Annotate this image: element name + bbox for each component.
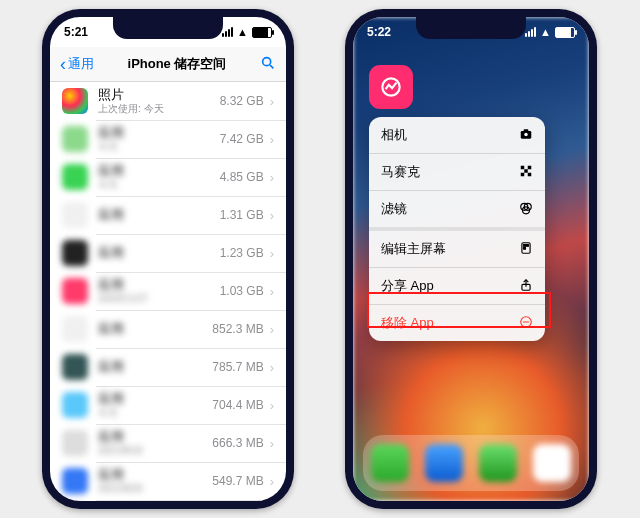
storage-list[interactable]: 照片上次使用: 今天8.32 GB›应用今天7.42 GB›应用今天4.85 G… xyxy=(50,82,286,501)
edit-icon xyxy=(519,241,533,258)
row-meta: 应用 xyxy=(98,322,212,337)
app-icon xyxy=(62,240,88,266)
chevron-right-icon: › xyxy=(270,94,274,109)
battery-icon xyxy=(555,27,575,38)
svg-rect-10 xyxy=(528,172,532,176)
app-size: 785.7 MB xyxy=(212,360,263,374)
app-icon xyxy=(62,430,88,456)
dock xyxy=(363,435,579,491)
app-name: 应用 xyxy=(98,468,212,483)
menu-item-filter[interactable]: 滤镜 xyxy=(369,190,545,227)
svg-rect-6 xyxy=(521,165,525,169)
app-subtitle: 上次使用: 今天 xyxy=(98,103,220,115)
app-name: 应用 xyxy=(98,360,212,375)
storage-row[interactable]: 应用2021/8/16666.3 MB› xyxy=(50,424,286,462)
svg-point-0 xyxy=(263,57,271,65)
row-meta: 应用今天 xyxy=(98,164,220,190)
menu-item-edit[interactable]: 编辑主屏幕 xyxy=(369,227,545,267)
chevron-right-icon: › xyxy=(270,284,274,299)
app-size: 7.42 GB xyxy=(220,132,264,146)
chevron-right-icon: › xyxy=(270,322,274,337)
storage-row[interactable]: 应用1.31 GB› xyxy=(50,196,286,234)
app-size: 704.4 MB xyxy=(212,398,263,412)
app-name: 应用 xyxy=(98,208,220,223)
storage-row[interactable]: 应用今天7.42 GB› xyxy=(50,120,286,158)
row-meta: 应用 xyxy=(98,246,220,261)
menu-item-mosaic[interactable]: 马赛克 xyxy=(369,153,545,190)
app-subtitle: 2021/8/20 xyxy=(98,483,212,495)
screen-storage: 5:21 ▲ ‹ 通用 iPhone 储存空间 照片上次使用: 今天8.32 G… xyxy=(50,17,286,501)
remove-icon xyxy=(519,315,533,332)
search-icon xyxy=(260,55,276,71)
context-menu: 相机马赛克滤镜编辑主屏幕分享 App移除 App xyxy=(369,117,545,341)
menu-item-share[interactable]: 分享 App xyxy=(369,267,545,304)
app-subtitle: 今天 xyxy=(98,179,220,191)
search-button[interactable] xyxy=(260,55,276,74)
app-glyph-icon xyxy=(378,74,404,100)
back-button[interactable]: ‹ 通用 xyxy=(60,55,94,73)
app-subtitle: 2021/8/16 xyxy=(98,445,212,457)
storage-row[interactable]: 应用2020/11/271.03 GB› xyxy=(50,272,286,310)
app-subtitle: 今天 xyxy=(98,407,212,419)
row-meta: 应用2021/8/16 xyxy=(98,430,212,456)
storage-row[interactable]: 应用785.7 MB› xyxy=(50,348,286,386)
storage-row[interactable]: 应用今天704.4 MB› xyxy=(50,386,286,424)
app-icon xyxy=(62,354,88,380)
battery-icon xyxy=(252,27,272,38)
chevron-right-icon: › xyxy=(270,132,274,147)
chevron-right-icon: › xyxy=(270,474,274,489)
app-size: 852.3 MB xyxy=(212,322,263,336)
mosaic-icon xyxy=(519,164,533,181)
app-name: 应用 xyxy=(98,322,212,337)
app-name: 应用 xyxy=(98,246,220,261)
chevron-left-icon: ‹ xyxy=(60,55,66,73)
app-name: 应用 xyxy=(98,392,212,407)
svg-rect-16 xyxy=(527,244,529,246)
menu-label: 滤镜 xyxy=(381,200,407,218)
svg-rect-17 xyxy=(524,247,526,249)
app-size: 1.23 GB xyxy=(220,246,264,260)
storage-row[interactable]: 应用2021/8/20549.7 MB› xyxy=(50,462,286,500)
screen-home: 5:22 ▲ 相机马赛克滤镜编辑主屏幕分享 App移除 App xyxy=(353,17,589,501)
share-icon xyxy=(519,278,533,295)
dock-app[interactable] xyxy=(371,444,409,482)
chevron-right-icon: › xyxy=(270,208,274,223)
chevron-right-icon: › xyxy=(270,246,274,261)
menu-label: 编辑主屏幕 xyxy=(381,240,446,258)
status-right: ▲ xyxy=(222,26,272,38)
storage-row[interactable]: 应用1.23 GB› xyxy=(50,234,286,272)
status-right: ▲ xyxy=(525,26,575,38)
row-meta: 照片上次使用: 今天 xyxy=(98,88,220,114)
menu-label: 移除 App xyxy=(381,314,434,332)
camera-icon xyxy=(519,127,533,144)
app-size: 549.7 MB xyxy=(212,474,263,488)
app-icon xyxy=(62,392,88,418)
storage-row[interactable]: 应用545.9 MB› xyxy=(50,500,286,501)
nav-bar: ‹ 通用 iPhone 储存空间 xyxy=(50,47,286,82)
app-name: 应用 xyxy=(98,164,220,179)
dock-app[interactable] xyxy=(425,444,463,482)
dock-app[interactable] xyxy=(533,444,571,482)
storage-row[interactable]: 应用今天4.85 GB› xyxy=(50,158,286,196)
app-icon xyxy=(62,468,88,494)
menu-item-remove[interactable]: 移除 App xyxy=(369,304,545,341)
svg-rect-5 xyxy=(524,129,529,131)
chevron-right-icon: › xyxy=(270,436,274,451)
storage-row[interactable]: 照片上次使用: 今天8.32 GB› xyxy=(50,82,286,120)
app-icon-target[interactable] xyxy=(369,65,413,109)
app-name: 照片 xyxy=(98,88,220,103)
phone-storage: 5:21 ▲ ‹ 通用 iPhone 储存空间 照片上次使用: 今天8.32 G… xyxy=(42,9,294,509)
dock-app[interactable] xyxy=(479,444,517,482)
app-name: 应用 xyxy=(98,278,220,293)
chevron-right-icon: › xyxy=(270,398,274,413)
storage-row[interactable]: 应用852.3 MB› xyxy=(50,310,286,348)
status-time: 5:21 xyxy=(64,25,88,39)
app-name: 应用 xyxy=(98,126,220,141)
filter-icon xyxy=(519,201,533,218)
menu-item-camera[interactable]: 相机 xyxy=(369,117,545,153)
chevron-right-icon: › xyxy=(270,170,274,185)
app-size: 8.32 GB xyxy=(220,94,264,108)
row-meta: 应用 xyxy=(98,208,220,223)
wifi-icon: ▲ xyxy=(540,26,551,38)
phone-home: 5:22 ▲ 相机马赛克滤镜编辑主屏幕分享 App移除 App xyxy=(345,9,597,509)
